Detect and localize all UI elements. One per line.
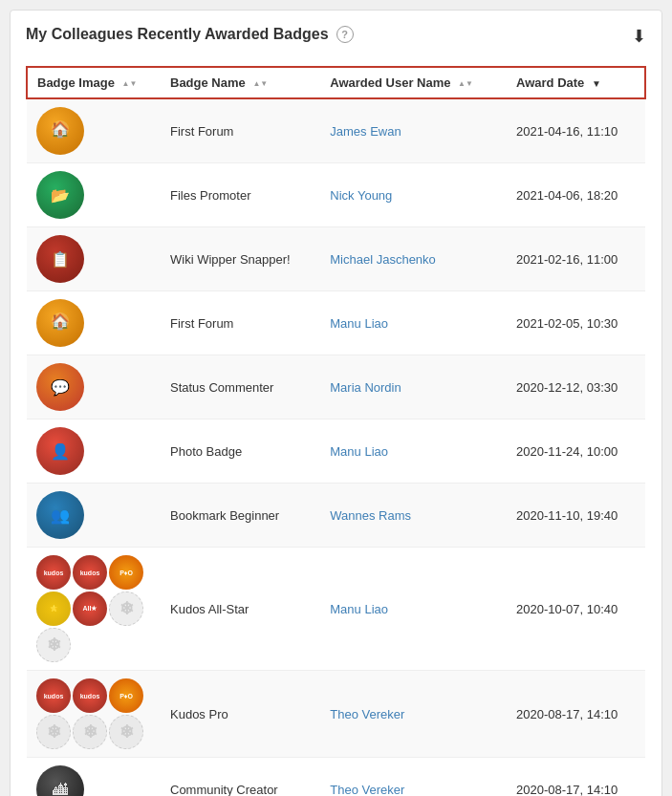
user-link[interactable]: Wannes Rams bbox=[330, 508, 411, 523]
col-badge-name-label: Badge Name bbox=[170, 75, 246, 90]
date-cell: 2021-02-05, 10:30 bbox=[507, 291, 645, 355]
badge-name-cell: First Forum bbox=[161, 291, 320, 355]
table-row: kudos kudos P♦O ❄ ❄ ❄ Kudos Pro Theo Ver… bbox=[27, 671, 645, 758]
user-link[interactable]: Manu Liao bbox=[330, 316, 388, 331]
badge-name-cell: Community Creator bbox=[161, 758, 320, 797]
badge-name-cell: Files Promoter bbox=[161, 163, 320, 227]
user-link[interactable]: Manu Liao bbox=[330, 602, 388, 616]
date-cell: 2020-10-07, 10:40 bbox=[507, 548, 645, 671]
user-link[interactable]: Nick Young bbox=[330, 188, 392, 203]
table-row: 🏠 First Forum Manu Liao 2021-02-05, 10:3… bbox=[27, 291, 645, 355]
svg-text:💬: 💬 bbox=[51, 378, 70, 397]
date-cell: 2021-02-16, 11:00 bbox=[507, 227, 645, 291]
table-row: 👤 Photo Badge Manu Liao 2020-11-24, 10:0… bbox=[27, 420, 645, 484]
col-award-date[interactable]: Award Date ▼ bbox=[507, 67, 645, 98]
badge-image-cell: 📂 bbox=[27, 163, 161, 227]
date-cell: 2020-11-10, 19:40 bbox=[507, 484, 645, 548]
user-cell: Wannes Rams bbox=[320, 484, 507, 548]
svg-text:📋: 📋 bbox=[51, 250, 70, 269]
badge-name-cell: Status Commenter bbox=[161, 355, 320, 420]
col-award-date-label: Award Date bbox=[516, 75, 584, 90]
badge-image-cell: 👤 bbox=[27, 420, 161, 484]
svg-text:🏙: 🏙 bbox=[53, 782, 68, 796]
help-icon[interactable]: ? bbox=[336, 26, 354, 43]
badge-image-cell: 📋 bbox=[27, 227, 161, 291]
badge-name-cell: Wiki Wipper Snapper! bbox=[161, 227, 320, 291]
col-badge-image[interactable]: Badge Image ▲▼ bbox=[27, 67, 161, 98]
svg-text:📂: 📂 bbox=[51, 186, 70, 204]
badge-name-cell: Photo Badge bbox=[161, 420, 320, 484]
table-row: 📂 Files Promoter Nick Young 2021-04-06, … bbox=[27, 163, 645, 227]
table-row: kudos kudos P♦O ⭐ All★ ❄ ❄ Kudos All-Sta… bbox=[27, 548, 645, 671]
table-row: 💬 Status Commenter Maria Nordin 2020-12-… bbox=[27, 355, 645, 420]
user-link[interactable]: Theo Vereker bbox=[330, 783, 404, 797]
date-cell: 2021-04-16, 11:10 bbox=[507, 98, 645, 163]
badge-image-cell: kudos kudos P♦O ❄ ❄ ❄ bbox=[27, 671, 161, 758]
user-cell: Maria Nordin bbox=[320, 355, 507, 420]
table-row: 🏠 First Forum James Ewan 2021-04-16, 11:… bbox=[27, 98, 645, 163]
table-row: 🏙 Community Creator Theo Vereker 2020-08… bbox=[27, 758, 645, 797]
badge-name-cell: Kudos All-Star bbox=[161, 548, 320, 671]
download-icon[interactable]: ⬇ bbox=[632, 26, 646, 47]
title-text: My Colleagues Recently Awarded Badges bbox=[26, 26, 329, 43]
badges-table: Badge Image ▲▼ Badge Name ▲▼ Awarded Use… bbox=[26, 66, 646, 796]
badge-name-cell: Kudos Pro bbox=[161, 671, 320, 758]
badge-image-cell: 👥 bbox=[27, 484, 161, 548]
table-header-row: Badge Image ▲▼ Badge Name ▲▼ Awarded Use… bbox=[27, 67, 645, 98]
user-link[interactable]: Manu Liao bbox=[330, 444, 388, 459]
user-cell: Manu Liao bbox=[320, 291, 507, 355]
user-link[interactable]: James Ewan bbox=[330, 124, 401, 139]
col-badge-name[interactable]: Badge Name ▲▼ bbox=[161, 67, 320, 98]
user-cell: Theo Vereker bbox=[320, 758, 507, 797]
sort-arrows-badge-name[interactable]: ▲▼ bbox=[252, 80, 268, 88]
user-link[interactable]: Maria Nordin bbox=[330, 380, 401, 395]
user-cell: Theo Vereker bbox=[320, 671, 507, 758]
date-cell: 2021-04-06, 18:20 bbox=[507, 163, 645, 227]
table-row: 👥 Bookmark Beginner Wannes Rams 2020-11-… bbox=[27, 484, 645, 548]
badge-image-cell: 💬 bbox=[27, 355, 161, 420]
table-row: 📋 Wiki Wipper Snapper! Michael Jaschenko… bbox=[27, 227, 645, 291]
date-cell: 2020-08-17, 14:10 bbox=[507, 671, 645, 758]
date-cell: 2020-11-24, 10:00 bbox=[507, 420, 645, 484]
badge-image-cell: kudos kudos P♦O ⭐ All★ ❄ ❄ bbox=[27, 548, 161, 671]
user-cell: Manu Liao bbox=[320, 420, 507, 484]
user-cell: Manu Liao bbox=[320, 548, 507, 671]
badge-name-cell: First Forum bbox=[161, 98, 320, 163]
col-awarded-user-label: Awarded User Name bbox=[330, 75, 450, 90]
page-title: My Colleagues Recently Awarded Badges ? bbox=[26, 26, 354, 43]
date-cell: 2020-08-17, 14:10 bbox=[507, 758, 645, 797]
sort-arrows-badge-image[interactable]: ▲▼ bbox=[122, 80, 138, 88]
badge-name-cell: Bookmark Beginner bbox=[161, 484, 320, 548]
svg-text:🏠: 🏠 bbox=[51, 120, 70, 139]
svg-text:👤: 👤 bbox=[51, 442, 70, 461]
user-link[interactable]: Theo Vereker bbox=[330, 707, 404, 721]
sort-arrows-awarded-user[interactable]: ▲▼ bbox=[458, 80, 473, 88]
user-link[interactable]: Michael Jaschenko bbox=[330, 252, 436, 267]
badge-image-cell: 🏠 bbox=[27, 98, 161, 163]
sort-active-icon[interactable]: ▼ bbox=[592, 78, 601, 89]
user-cell: James Ewan bbox=[320, 98, 507, 163]
svg-text:👥: 👥 bbox=[51, 506, 70, 525]
table-body: 🏠 First Forum James Ewan 2021-04-16, 11:… bbox=[27, 98, 645, 796]
date-cell: 2020-12-12, 03:30 bbox=[507, 355, 645, 420]
badge-image-cell: 🏠 bbox=[27, 291, 161, 355]
table-wrapper: Badge Image ▲▼ Badge Name ▲▼ Awarded Use… bbox=[26, 66, 646, 796]
badge-image-cell: 🏙 bbox=[27, 758, 161, 797]
svg-text:🏠: 🏠 bbox=[51, 312, 70, 331]
main-container: My Colleagues Recently Awarded Badges ? … bbox=[10, 10, 662, 796]
user-cell: Nick Young bbox=[320, 163, 507, 227]
col-awarded-user[interactable]: Awarded User Name ▲▼ bbox=[320, 67, 507, 98]
user-cell: Michael Jaschenko bbox=[320, 227, 507, 291]
col-badge-image-label: Badge Image bbox=[37, 75, 115, 90]
